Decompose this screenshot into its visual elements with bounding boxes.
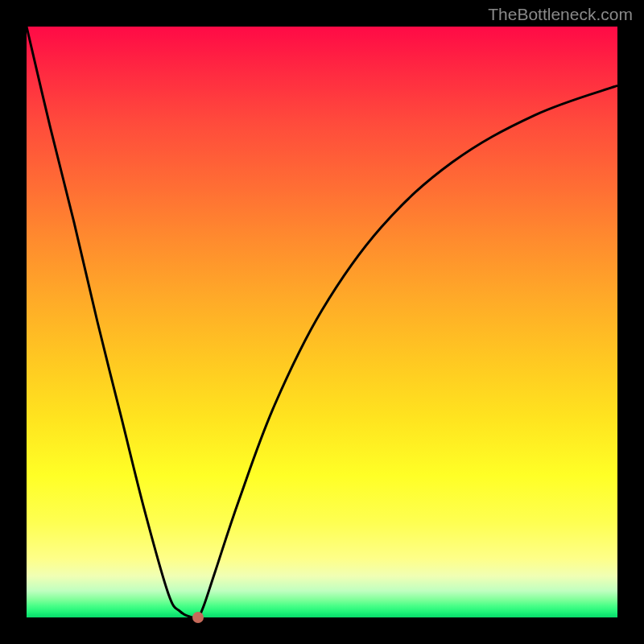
plot-area bbox=[27, 27, 617, 617]
chart-container: TheBottleneck.com bbox=[0, 0, 644, 644]
bottleneck-curve bbox=[27, 27, 617, 617]
watermark-text: TheBottleneck.com bbox=[488, 5, 633, 24]
optimal-point-marker bbox=[192, 612, 204, 623]
